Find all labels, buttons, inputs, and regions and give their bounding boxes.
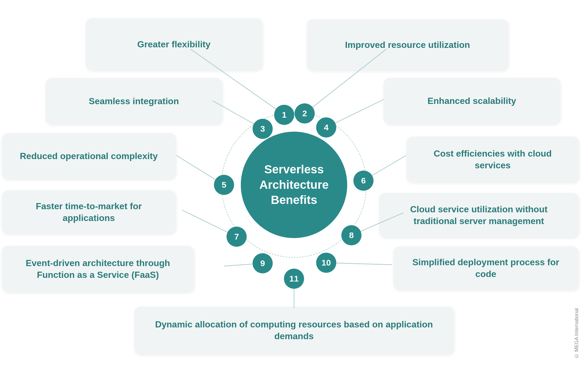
node-2: 2 xyxy=(295,103,315,124)
node-7: 7 xyxy=(227,227,247,247)
node-10: 10 xyxy=(316,253,336,273)
node-5: 5 xyxy=(214,175,234,195)
diagram-container: Serverless Architecture Benefits 1 2 3 4… xyxy=(0,0,588,370)
center-circle-text: Serverless Architecture Benefits xyxy=(259,162,328,208)
svg-line-0 xyxy=(190,49,284,115)
node-8: 8 xyxy=(341,225,361,245)
node-6: 6 xyxy=(353,171,374,191)
center-circle: Serverless Architecture Benefits xyxy=(241,132,347,238)
node-11: 11 xyxy=(284,269,304,289)
node-1: 1 xyxy=(274,105,294,125)
node-9: 9 xyxy=(253,253,273,273)
node-3: 3 xyxy=(253,119,273,139)
node-4: 4 xyxy=(316,117,336,138)
